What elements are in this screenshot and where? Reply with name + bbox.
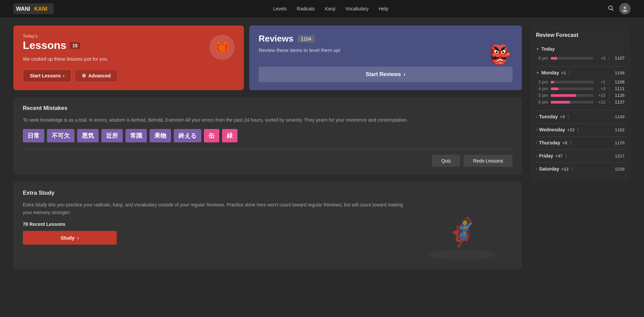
forecast-thursday-label: Thursday — [539, 140, 560, 145]
nav-links: Levels Radicals Kanji Vocabulary Help — [273, 6, 388, 11]
kanji-chip-1[interactable]: 不可欠 — [47, 129, 74, 142]
forecast-tuesday-delta: +3 — [560, 114, 565, 119]
reviews-count-badge: 1104 — [298, 35, 315, 43]
recent-mistakes-title: Recent Mistakes — [23, 105, 513, 112]
forecast-bar — [551, 81, 554, 83]
separator — [536, 163, 625, 163]
forecast-today-rows: 6 pm +3 | 1107 — [536, 54, 625, 65]
forecast-friday-delta: +47 — [555, 153, 562, 158]
nav-radicals[interactable]: Radicals — [297, 6, 315, 11]
nav-vocabulary[interactable]: Vocabulary — [345, 6, 369, 11]
reviews-mascot: 👺 — [485, 41, 515, 75]
lessons-title: Lessons — [23, 39, 66, 52]
svg-text:👺: 👺 — [489, 44, 512, 65]
forecast-delta: +15 — [596, 93, 605, 98]
start-reviews-button[interactable]: Start Reviews › — [259, 67, 513, 82]
forecast-today-header[interactable]: ▼ Today — [536, 44, 625, 54]
forecast-saturday-header[interactable]: › Saturday +12 | 1229 — [536, 164, 625, 174]
arrow-right-icon: › — [77, 235, 79, 241]
forecast-wednesday-label: Wednesday — [539, 127, 565, 132]
chevron-down-icon: ▼ — [536, 47, 539, 51]
lessons-desc: We cooked up these lessons just for you. — [23, 56, 234, 63]
kanji-chip-4[interactable]: 常識 — [125, 129, 147, 142]
top-cards: Today's Lessons 15 We cooked up these le… — [13, 25, 522, 90]
forecast-bar — [551, 57, 557, 60]
redo-lessons-button[interactable]: Redo Lessons — [464, 155, 513, 167]
forecast-row-mon-4pm: 4 pm +3 | 1111 — [536, 86, 625, 91]
today-label: Today's — [23, 34, 234, 39]
forecast-tuesday-label: Tuesday — [539, 114, 558, 119]
separator-v: | — [609, 93, 610, 98]
forecast-wednesday-total: 1162 — [615, 127, 625, 132]
forecast-delta: +1 — [596, 80, 605, 84]
study-button[interactable]: Study › — [23, 231, 117, 245]
forecast-thursday-header[interactable]: › Thursday +8 | 1170 — [536, 137, 625, 148]
kanji-row: 日常 不可欠 悪気 近所 常識 果物 終える 缶 緑 — [23, 129, 513, 142]
forecast-row-mon-5pm: 5 pm +15 | 1126 — [536, 93, 625, 98]
kanji-chip-8[interactable]: 緑 — [222, 129, 237, 142]
forecast-wednesday-header[interactable]: › Wednesday +22 | 1162 — [536, 124, 625, 135]
kanji-chip-7[interactable]: 缶 — [204, 129, 219, 142]
forecast-bar-container — [551, 81, 593, 83]
kanji-chip-3[interactable]: 近所 — [101, 129, 123, 142]
start-lessons-button[interactable]: Start Lessons › — [23, 69, 71, 82]
separator-v: | — [609, 86, 610, 91]
forecast-saturday-label: Saturday — [539, 166, 559, 172]
forecast-delta: +11 — [596, 100, 605, 105]
kanji-chip-5[interactable]: 果物 — [150, 129, 171, 142]
nav-kanji[interactable]: Kanji — [325, 6, 335, 11]
nav-help[interactable]: Help — [379, 6, 388, 11]
separator — [536, 110, 625, 111]
extra-study-inner: Extra Study lets you practice your radic… — [23, 201, 513, 261]
reviews-desc: Review these items to level them up! — [259, 47, 513, 53]
forecast-friday-total: 1217 — [615, 153, 625, 158]
forecast-bar-container — [551, 57, 593, 60]
separator-v: | — [569, 70, 570, 75]
forecast-monday: ▼ Monday +1 | 1108 3 pm +1 | 1108 4 pm — [536, 67, 625, 109]
nav-levels[interactable]: Levels — [273, 6, 286, 11]
logo[interactable]: WANI KANI — [13, 3, 54, 14]
avatar[interactable] — [619, 3, 631, 14]
lessons-mascot: 🦀 — [207, 32, 237, 67]
forecast-bar — [551, 94, 576, 97]
forecast-monday-header[interactable]: ▼ Monday +1 | 1108 — [536, 67, 625, 78]
lessons-card: Today's Lessons 15 We cooked up these le… — [13, 25, 244, 90]
quiz-button[interactable]: Quiz — [432, 155, 461, 167]
forecast-row-mon-3pm: 3 pm +1 | 1108 — [536, 79, 625, 84]
kanji-chip-2[interactable]: 悪気 — [77, 129, 99, 142]
forecast-saturday-delta: +12 — [561, 167, 569, 172]
forecast-bar-container — [551, 101, 593, 104]
svg-text:🦀: 🦀 — [214, 38, 230, 54]
chevron-right-icon: › — [536, 115, 537, 119]
recent-mistakes-section: Recent Mistakes To seek knowledge is as … — [13, 97, 522, 175]
forecast-total: 1107 — [613, 56, 625, 61]
separator — [536, 123, 625, 124]
main-container: Today's Lessons 15 We cooked up these le… — [0, 17, 644, 284]
navbar: WANI KANI Levels Radicals Kanji Vocabula… — [0, 0, 644, 17]
chevron-right-icon: › — [536, 167, 537, 171]
sidebar-title: Review Forecast — [536, 32, 625, 38]
kanji-chip-0[interactable]: 日常 — [23, 129, 44, 142]
forecast-saturday-total: 1229 — [615, 167, 625, 172]
kanji-chip-6[interactable]: 終える — [174, 129, 201, 142]
chevron-right-icon: › — [536, 154, 537, 158]
search-icon[interactable] — [608, 5, 614, 12]
lessons-count-badge: 15 — [70, 42, 80, 49]
forecast-wednesday: › Wednesday +22 | 1162 — [536, 124, 625, 135]
advanced-button[interactable]: ⚙ Advanced — [75, 69, 118, 82]
extra-study-illustration: 🦸 — [412, 201, 513, 261]
forecast-tuesday: › Tuesday +3 | 1140 — [536, 111, 625, 122]
reviews-card: Reviews 1104 Review these items to level… — [249, 25, 522, 90]
forecast-thursday-delta: +8 — [562, 140, 567, 145]
forecast-tuesday-header[interactable]: › Tuesday +3 | 1140 — [536, 111, 625, 122]
forecast-wednesday-delta: +22 — [567, 127, 575, 132]
extra-study-title: Extra Study — [23, 190, 513, 196]
forecast-today: ▼ Today 6 pm +3 | 1107 — [536, 44, 625, 65]
forecast-bar-container — [551, 87, 593, 90]
forecast-monday-rows: 3 pm +1 | 1108 4 pm +3 | 1111 — [536, 78, 625, 109]
forecast-monday-delta: +1 — [561, 70, 566, 75]
forecast-total: 1111 — [613, 86, 625, 91]
lessons-title-row: Lessons 15 — [23, 39, 234, 52]
forecast-friday-header[interactable]: › Friday +47 | 1217 — [536, 150, 625, 161]
nav-right — [608, 3, 631, 14]
